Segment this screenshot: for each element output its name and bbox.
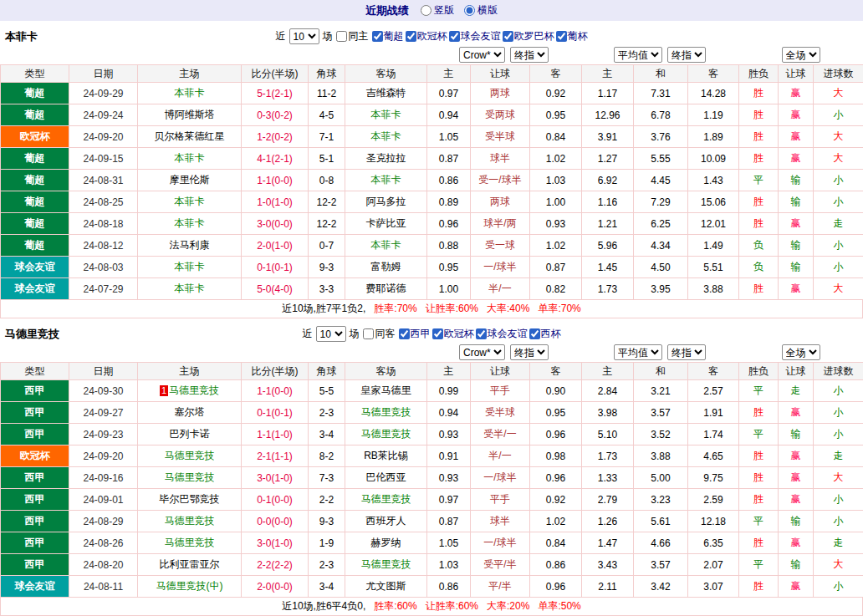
home-team[interactable]: 博阿维斯塔 [138,104,242,126]
match-score[interactable]: 1-1(1-0) [242,424,309,445]
league-checkbox[interactable] [372,31,383,42]
same-venue-checkbox[interactable] [336,31,347,42]
match-score[interactable]: 0-3(0-2) [242,104,309,126]
away-team[interactable]: 西班牙人 [345,511,427,532]
away-team[interactable]: RB莱比锡 [345,445,427,467]
away-team[interactable]: 马德里竞技 [345,489,427,511]
home-team[interactable]: 巴列卡诺 [138,424,242,445]
odds-company-select[interactable]: Crow* [459,344,505,360]
match-score[interactable]: 1-1(0-0) [242,170,309,191]
home-team[interactable]: 本菲卡 [138,278,242,300]
away-team[interactable]: 本菲卡 [345,235,427,257]
away-team[interactable]: 本菲卡 [345,170,427,191]
match-score[interactable]: 5-0(4-0) [242,278,309,300]
home-odds: 1.05 [427,532,471,554]
league-filter[interactable]: 葡杯 [556,29,588,43]
home-team[interactable]: 贝尔格莱德红星 [138,126,242,148]
league-filter[interactable]: 欧罗巴杯 [503,29,554,43]
match-score[interactable]: 0-1(0-1) [242,402,309,424]
league-checkbox[interactable] [476,328,487,339]
match-score[interactable]: 2-2(2-2) [242,554,309,576]
home-team[interactable]: 本菲卡 [138,213,242,235]
away-team[interactable]: 富勒姆 [345,257,427,278]
scope-select[interactable]: 全场 [782,344,820,360]
same-venue-filter[interactable]: 同客 [363,327,396,341]
match-score[interactable]: 0-1(0-1) [242,257,309,278]
away-team[interactable]: 费耶诺德 [345,278,427,300]
handicap-outcome: 输 [779,257,814,278]
away-team[interactable]: 吉维森特 [345,83,427,104]
home-team[interactable]: 马德里竞技(中) [138,576,242,598]
home-team[interactable]: 本菲卡 [138,148,242,170]
home-team[interactable]: 塞尔塔 [138,402,242,424]
home-team[interactable]: 1马德里竞技 [138,380,242,402]
league-filter[interactable]: 欧冠杯 [432,327,474,341]
same-venue-filter[interactable]: 同主 [336,29,369,43]
league-checkbox[interactable] [503,31,513,42]
home-team[interactable]: 毕尔巴鄂竞技 [138,489,242,511]
home-team[interactable]: 马德里竞技 [138,467,242,489]
match-count-select[interactable]: 10 [316,326,346,342]
home-team[interactable]: 本菲卡 [138,191,242,213]
radio-input[interactable] [464,5,475,16]
match-score[interactable]: 0-0(0-0) [242,511,309,532]
match-score[interactable]: 2-0(1-0) [242,235,309,257]
away-team[interactable]: 马德里竞技 [345,402,427,424]
home-team[interactable]: 马德里竞技 [138,532,242,554]
away-team[interactable]: 马德里竞技 [345,554,427,576]
match-score[interactable]: 1-2(0-2) [242,126,309,148]
away-team[interactable]: 本菲卡 [345,126,427,148]
league-filter[interactable]: 葡超 [372,29,404,43]
league-checkbox[interactable] [529,328,540,339]
average-time-select[interactable]: 终指 [667,344,706,360]
league-checkbox[interactable] [399,328,410,339]
league-checkbox[interactable] [406,31,416,42]
match-score[interactable]: 3-0(1-0) [242,467,309,489]
odds-time-select[interactable]: 终指 [510,47,549,63]
league-checkbox[interactable] [556,31,567,42]
league-checkbox[interactable] [432,328,443,339]
average-time-select[interactable]: 终指 [667,47,706,63]
average-select[interactable]: 平均值 [614,47,662,63]
scope-select[interactable]: 全场 [782,47,820,63]
match-score[interactable]: 1-0(1-0) [242,191,309,213]
match-score[interactable]: 0-1(0-0) [242,489,309,511]
match-score[interactable]: 1-1(0-0) [242,380,309,402]
away-team[interactable]: 巴伦西亚 [345,467,427,489]
odds-company-select[interactable]: Crow* [459,47,505,63]
match-score[interactable]: 3-0(1-0) [242,532,309,554]
odds-time-select[interactable]: 终指 [510,344,549,360]
radio-input[interactable] [421,5,432,16]
away-team[interactable]: 卡萨比亚 [345,213,427,235]
away-team[interactable]: 马德里竞技 [345,424,427,445]
away-team[interactable]: 皇家马德里 [345,380,427,402]
league-filter[interactable]: 西甲 [399,327,431,341]
away-team[interactable]: 尤文图斯 [345,576,427,598]
home-team[interactable]: 马德里竞技 [138,445,242,467]
league-checkbox[interactable] [449,31,460,42]
match-score[interactable]: 2-1(1-1) [242,445,309,467]
match-score[interactable]: 5-1(2-1) [242,83,309,104]
home-team[interactable]: 本菲卡 [138,83,242,104]
layout-radio-vertical[interactable]: 竖版 [421,3,454,18]
away-team[interactable]: 本菲卡 [345,104,427,126]
away-team[interactable]: 圣克拉拉 [345,148,427,170]
league-filter[interactable]: 球会友谊 [476,327,528,341]
layout-radio-horizontal[interactable]: 横版 [464,3,498,18]
match-score[interactable]: 2-0(0-0) [242,576,309,598]
home-team[interactable]: 马德里竞技 [138,511,242,532]
match-count-select[interactable]: 10 [289,28,319,44]
home-team[interactable]: 比利亚雷亚尔 [138,554,242,576]
home-team[interactable]: 本菲卡 [138,257,242,278]
league-filter[interactable]: 西杯 [529,327,561,341]
average-select[interactable]: 平均值 [614,344,662,360]
home-team[interactable]: 摩里伦斯 [138,170,242,191]
away-team[interactable]: 阿马多拉 [345,191,427,213]
away-team[interactable]: 赫罗纳 [345,532,427,554]
same-venue-checkbox[interactable] [363,328,374,339]
home-team[interactable]: 法马利康 [138,235,242,257]
match-score[interactable]: 4-1(2-1) [242,148,309,170]
league-filter[interactable]: 欧冠杯 [406,29,447,43]
league-filter[interactable]: 球会友谊 [449,29,501,43]
match-score[interactable]: 3-0(0-0) [242,213,309,235]
